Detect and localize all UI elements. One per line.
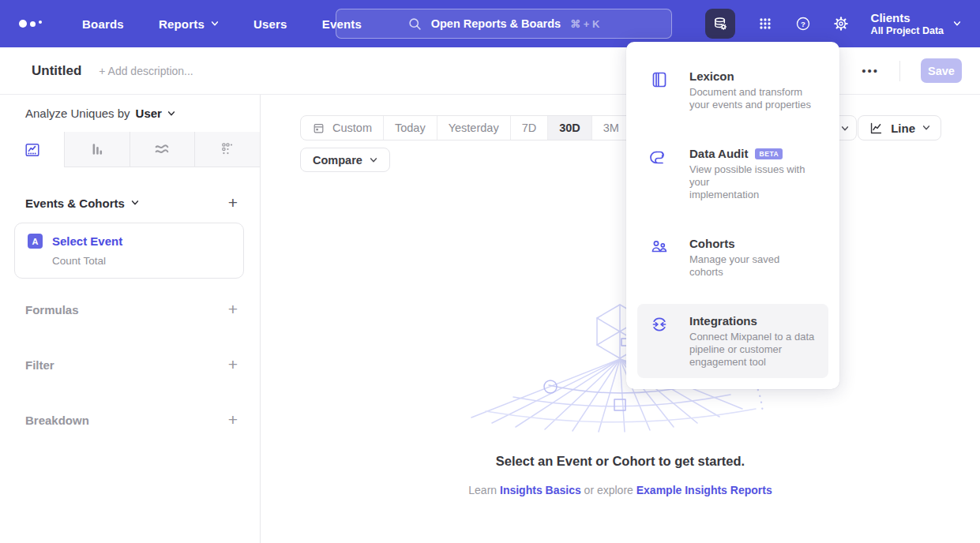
data-audit-magnifier-icon bbox=[650, 148, 669, 167]
range-label: Custom bbox=[332, 122, 372, 134]
empty-state-title: Select an Event or Cohort to get started… bbox=[261, 454, 980, 469]
tab-line-chart-selected[interactable] bbox=[0, 132, 65, 167]
events-cohorts-header: Events & Cohorts + bbox=[0, 195, 260, 211]
mixpanel-logo-icon[interactable] bbox=[19, 20, 51, 28]
event-series-badge: A bbox=[28, 234, 43, 249]
apps-grid-button[interactable] bbox=[757, 16, 773, 32]
menu-item-integrations-hovered[interactable]: Integrations Connect Mixpanel to a data … bbox=[637, 304, 828, 378]
range-custom[interactable]: Custom bbox=[301, 116, 384, 140]
breakdown-label: Breakdown bbox=[25, 414, 89, 427]
report-actions: ••• Save bbox=[826, 58, 962, 83]
menu-item-description: Manage your saved cohorts bbox=[689, 253, 816, 279]
question-circle-icon: ? bbox=[795, 16, 811, 32]
nav-users-label: Users bbox=[253, 17, 287, 31]
range-label: Today bbox=[395, 122, 426, 134]
menu-item-title: Lexicon bbox=[689, 69, 734, 84]
integrations-sync-icon bbox=[650, 315, 669, 334]
analyze-uniques-row: Analyze Uniques by User bbox=[0, 95, 260, 132]
tab-bar-chart[interactable] bbox=[65, 132, 130, 167]
flow-waves-tab-icon bbox=[153, 140, 171, 158]
bar-chart-tab-icon bbox=[88, 140, 106, 158]
more-options-button[interactable]: ••• bbox=[862, 64, 879, 77]
filter-section: Filter + bbox=[0, 357, 260, 373]
nav-reports-label: Reports bbox=[159, 17, 205, 31]
empty-state-prefix: Learn bbox=[468, 484, 500, 496]
empty-state-middle: or explore bbox=[581, 484, 636, 496]
event-card[interactable]: A Select Event Count Total bbox=[14, 223, 244, 279]
tab-metrics-grid[interactable] bbox=[195, 132, 260, 167]
analyze-by-dropdown[interactable]: User bbox=[136, 107, 175, 120]
chevron-down-icon bbox=[922, 125, 930, 131]
menu-item-data-audit[interactable]: Data Audit BETA View possible issues wit… bbox=[637, 137, 828, 211]
add-description-field[interactable]: + Add description... bbox=[99, 65, 193, 77]
search-shortcut: ⌘ + K bbox=[570, 18, 599, 30]
primary-nav: Boards Reports Users Events bbox=[82, 17, 362, 31]
formulas-section: Formulas + bbox=[0, 301, 260, 317]
menu-item-title: Integrations bbox=[689, 313, 757, 329]
chevron-down-icon bbox=[131, 200, 139, 206]
menu-item-lexicon[interactable]: Lexicon Document and transform your even… bbox=[637, 59, 828, 121]
data-management-menu: Lexicon Document and transform your even… bbox=[626, 42, 839, 389]
date-range-control: Custom Today Yesterday 7D 30D 3M 6M bbox=[300, 115, 670, 140]
event-aggregation-label[interactable]: Count Total bbox=[52, 255, 231, 267]
events-cohorts-label: Events & Cohorts bbox=[25, 197, 125, 210]
events-cohorts-dropdown[interactable]: Events & Cohorts bbox=[25, 197, 139, 210]
range-30d-selected[interactable]: 30D bbox=[548, 116, 592, 140]
nav-boards[interactable]: Boards bbox=[82, 17, 124, 31]
chevron-down-icon bbox=[953, 21, 961, 27]
project-selector-subtitle: All Project Data bbox=[871, 25, 944, 37]
line-chart-icon bbox=[869, 121, 884, 136]
mixpanel-app: Boards Reports Users Events Open Reports… bbox=[0, 0, 980, 543]
grid-dots-icon bbox=[757, 16, 773, 32]
range-yesterday[interactable]: Yesterday bbox=[437, 116, 511, 140]
chevron-down-icon bbox=[167, 110, 175, 117]
range-3m[interactable]: 3M bbox=[592, 116, 631, 140]
chevron-down-icon bbox=[841, 125, 849, 132]
project-selector[interactable]: Clients All Project Data bbox=[871, 11, 961, 37]
help-button[interactable]: ? bbox=[795, 16, 811, 32]
add-formula-button[interactable]: + bbox=[228, 301, 238, 317]
empty-state-subtitle: Learn Insights Basics or explore Example… bbox=[261, 484, 980, 496]
insights-basics-link[interactable]: Insights Basics bbox=[500, 484, 581, 496]
menu-item-description: Connect Mixpanel to a data pipeline or c… bbox=[689, 331, 814, 369]
dots-grid-tab-icon bbox=[219, 140, 236, 158]
gear-icon bbox=[833, 16, 849, 32]
example-insights-reports-link[interactable]: Example Insights Reports bbox=[636, 484, 772, 496]
filter-label: Filter bbox=[25, 358, 54, 372]
lexicon-book-icon bbox=[650, 70, 669, 89]
chevron-down-icon bbox=[211, 21, 219, 27]
top-navbar: Boards Reports Users Events Open Reports… bbox=[0, 0, 980, 47]
data-management-button-active[interactable] bbox=[705, 9, 735, 39]
line-chart-tab-icon bbox=[24, 141, 41, 159]
analyze-prefix-label: Analyze Uniques by bbox=[25, 107, 130, 120]
menu-item-cohorts[interactable]: Cohorts Manage your saved cohorts bbox=[637, 227, 828, 288]
global-search-button[interactable]: Open Reports & Boards ⌘ + K bbox=[336, 9, 672, 39]
cohorts-people-icon bbox=[650, 238, 669, 257]
tab-stacked-chart[interactable] bbox=[130, 132, 195, 167]
nav-users[interactable]: Users bbox=[253, 17, 287, 31]
insights-canvas: Custom Today Yesterday 7D 30D 3M 6M Comp… bbox=[261, 95, 980, 543]
report-title[interactable]: Untitled bbox=[32, 63, 81, 79]
save-button[interactable]: Save bbox=[921, 58, 962, 83]
settings-button[interactable] bbox=[833, 16, 849, 32]
compare-dropdown[interactable]: Compare bbox=[300, 148, 390, 172]
range-today[interactable]: Today bbox=[384, 116, 437, 140]
range-label: 3M bbox=[603, 122, 619, 134]
add-breakdown-button[interactable]: + bbox=[228, 412, 238, 428]
add-event-button[interactable]: + bbox=[228, 195, 238, 211]
compare-label: Compare bbox=[313, 154, 362, 167]
select-event-button[interactable]: Select Event bbox=[52, 234, 122, 248]
chart-type-tabs bbox=[0, 132, 260, 167]
search-label: Open Reports & Boards bbox=[431, 17, 561, 30]
menu-item-title: Cohorts bbox=[689, 236, 735, 252]
nav-boards-label: Boards bbox=[82, 17, 124, 31]
range-label: 30D bbox=[559, 122, 580, 134]
range-7d[interactable]: 7D bbox=[511, 116, 549, 140]
search-icon bbox=[408, 17, 422, 31]
database-gear-icon bbox=[712, 15, 729, 32]
add-filter-button[interactable]: + bbox=[228, 357, 238, 373]
chart-type-dropdown[interactable]: Line bbox=[858, 115, 941, 140]
nav-reports[interactable]: Reports bbox=[159, 17, 219, 31]
divider bbox=[899, 61, 900, 81]
svg-text:?: ? bbox=[801, 20, 805, 28]
